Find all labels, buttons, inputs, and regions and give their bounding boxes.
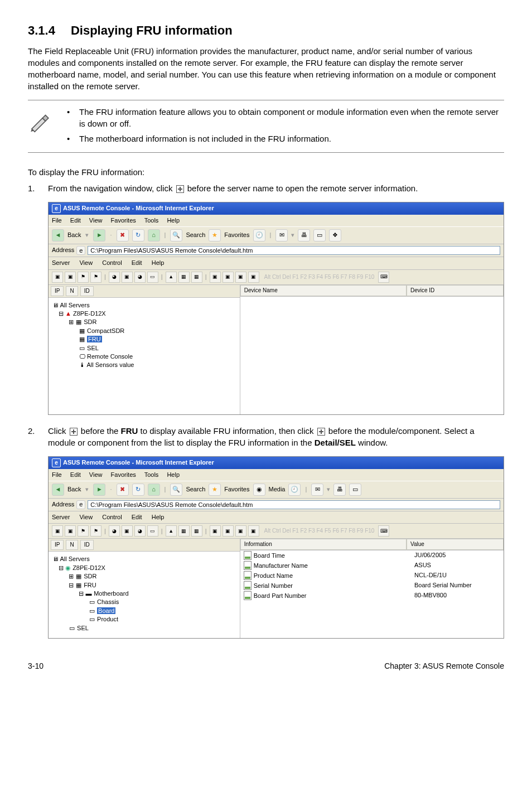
arc-tool-icon[interactable]: ⚑ <box>78 272 89 283</box>
print-button[interactable]: 🖶 <box>333 484 346 496</box>
arc-tool-icon[interactable]: ▭ <box>147 525 158 537</box>
search-icon[interactable]: 🔍 <box>170 229 182 241</box>
tree-item-compactsdr[interactable]: ▦ CompactSDR <box>52 327 236 335</box>
menu-edit[interactable]: Edit <box>70 217 81 224</box>
tree-item-sel2[interactable]: ▭ SEL <box>52 624 236 632</box>
arc-tool-icon[interactable]: ▦ <box>178 525 190 537</box>
arc-menu-view[interactable]: View <box>79 259 93 266</box>
favorites-icon[interactable]: ★ <box>209 229 221 241</box>
arc-tool-icon[interactable]: ◕ <box>134 272 146 283</box>
arc-tool-icon[interactable]: ⌨ <box>378 525 389 537</box>
arc-tool-icon[interactable]: ⌨ <box>378 272 389 283</box>
forward-button[interactable]: ► <box>93 229 105 241</box>
tree-col-n[interactable]: N <box>66 286 78 296</box>
arc-menu-edit[interactable]: Edit <box>132 259 142 266</box>
tree-item-all-sensors[interactable]: 🌡 All Sensors value <box>52 361 236 369</box>
mail-button[interactable]: ✉ <box>311 484 323 496</box>
arc-tool-icon[interactable]: ▣ <box>248 272 259 283</box>
col-device-name[interactable]: Device Name <box>240 285 407 296</box>
tree-item-remote-console[interactable]: 🖵 Remote Console <box>52 352 236 361</box>
list-row[interactable]: Manufacturer NameASUS <box>240 561 504 571</box>
arc-tool-icon[interactable]: ⚑ <box>90 525 101 537</box>
menu-tools[interactable]: Tools <box>144 217 159 224</box>
arc-tool-icon[interactable]: ▭ <box>147 272 158 283</box>
arc-tool-icon[interactable]: ▣ <box>122 272 133 283</box>
arc-tool-icon[interactable]: ▦ <box>178 272 190 283</box>
back-button[interactable]: ◄ <box>52 229 64 241</box>
favorites-icon[interactable]: ★ <box>209 484 221 496</box>
stop-button[interactable]: ✖ <box>117 229 129 241</box>
arc-menu-help[interactable]: Help <box>152 259 165 266</box>
refresh-button[interactable]: ↻ <box>132 484 144 496</box>
tree-server[interactable]: ⊟ ◉ Z8PE-D12X <box>52 564 236 572</box>
arc-menu-control[interactable]: Control <box>102 259 122 266</box>
arc-tool-icon[interactable]: ▣ <box>235 525 246 537</box>
home-button[interactable]: ⌂ <box>148 484 160 496</box>
print-button[interactable]: 🖶 <box>298 229 310 241</box>
forward-button[interactable]: ► <box>93 484 105 496</box>
arc-tool-icon[interactable]: ◕ <box>109 525 120 537</box>
menu-help[interactable]: Help <box>167 217 180 224</box>
mail-button[interactable]: ✉ <box>275 229 288 241</box>
history-button[interactable]: 🕘 <box>288 484 301 496</box>
tree-item-product[interactable]: ▭ Product <box>52 615 236 624</box>
tree-col-id[interactable]: ID <box>80 540 94 550</box>
menu-view[interactable]: View <box>89 217 103 224</box>
list-row[interactable]: Board TimeJU/06/2005 <box>240 550 504 561</box>
list-row[interactable]: Serial NumberBoard Serial Number <box>240 581 504 591</box>
arc-tool-icon[interactable]: ▣ <box>65 525 76 537</box>
menu-view[interactable]: View <box>89 471 103 478</box>
list-row[interactable]: Board Part Number80-MBV800 <box>240 591 504 601</box>
back-button[interactable]: ◄ <box>52 484 64 496</box>
arc-tool-icon[interactable]: ▣ <box>223 525 234 537</box>
stop-button[interactable]: ✖ <box>117 484 129 496</box>
tree-item-sdr[interactable]: ⊞ ▦ SDR <box>52 572 236 581</box>
menu-tools[interactable]: Tools <box>144 471 159 478</box>
tree-server[interactable]: ⊟ ▲ Z8PE-D12X <box>52 310 236 318</box>
search-icon[interactable]: 🔍 <box>170 484 182 496</box>
tree-col-id[interactable]: ID <box>80 286 94 296</box>
arc-tool-icon[interactable]: ⚑ <box>78 525 89 537</box>
arc-tool-icon[interactable]: ▣ <box>122 525 133 537</box>
tree-item-fru[interactable]: ▦ FRU <box>52 335 236 344</box>
arc-tool-icon[interactable]: ▣ <box>248 525 259 537</box>
menu-favorites[interactable]: Favorites <box>111 471 136 478</box>
history-button[interactable]: 🕘 <box>253 229 265 241</box>
arc-tool-icon[interactable]: ▲ <box>166 525 177 537</box>
menu-help[interactable]: Help <box>167 471 180 478</box>
col-value[interactable]: Value <box>407 539 504 550</box>
tree-item-board[interactable]: ▭ Board <box>52 607 236 615</box>
tree-col-ip[interactable]: IP <box>51 286 64 296</box>
arc-menu-help[interactable]: Help <box>152 514 165 520</box>
address-input[interactable] <box>88 500 500 509</box>
menu-file[interactable]: File <box>52 471 62 478</box>
media-icon[interactable]: ◉ <box>253 484 265 496</box>
tree-item-sel[interactable]: ▭ SEL <box>52 344 236 352</box>
discuss-button[interactable]: ❖ <box>329 229 341 241</box>
arc-tool-icon[interactable]: ▣ <box>52 272 63 283</box>
edit-button[interactable]: ▭ <box>313 229 326 241</box>
tree-col-ip[interactable]: IP <box>51 540 64 550</box>
menu-favorites[interactable]: Favorites <box>111 217 136 224</box>
refresh-button[interactable]: ↻ <box>132 229 144 241</box>
home-button[interactable]: ⌂ <box>148 229 160 241</box>
arc-tool-icon[interactable]: ▣ <box>235 272 246 283</box>
arc-tool-icon[interactable]: ▣ <box>210 272 221 283</box>
tree-item-fru[interactable]: ⊟ ▦ FRU <box>52 581 236 590</box>
arc-tool-icon[interactable]: ▦ <box>191 525 202 537</box>
arc-tool-icon[interactable]: ⚑ <box>90 272 101 283</box>
arc-menu-view[interactable]: View <box>79 514 93 520</box>
tree-item-motherboard[interactable]: ⊟ ▬ Motherboard <box>52 590 236 598</box>
arc-tool-icon[interactable]: ▲ <box>166 272 177 283</box>
col-information[interactable]: Information <box>240 539 407 550</box>
arc-tool-icon[interactable]: ▣ <box>65 272 76 283</box>
arc-tool-icon[interactable]: ◕ <box>134 525 146 537</box>
tree-root[interactable]: 🖥 All Servers <box>52 301 236 310</box>
menu-file[interactable]: File <box>52 217 62 224</box>
menu-edit[interactable]: Edit <box>70 471 81 478</box>
arc-menu-server[interactable]: Server <box>52 514 70 520</box>
address-input[interactable] <box>88 246 500 255</box>
arc-tool-icon[interactable]: ◕ <box>109 272 120 283</box>
arc-menu-control[interactable]: Control <box>102 514 122 520</box>
tree-item-chassis[interactable]: ▭ Chassis <box>52 598 236 606</box>
